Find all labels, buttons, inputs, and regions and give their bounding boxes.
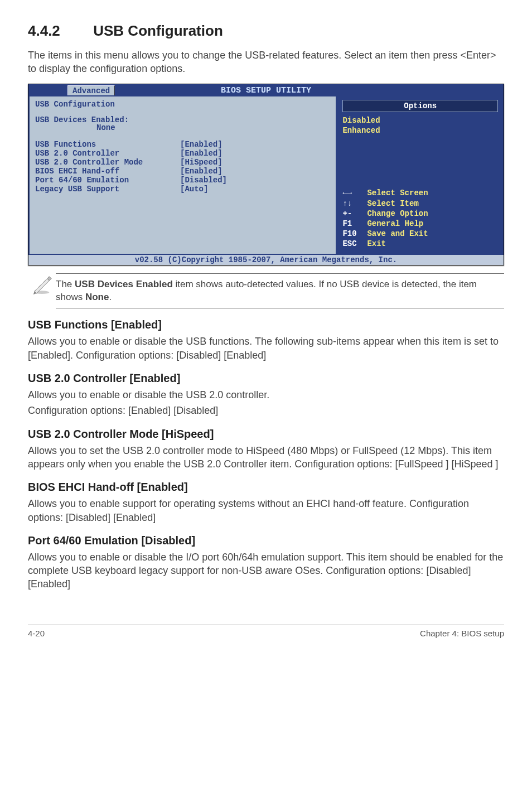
bios-options-title: Options (342, 100, 498, 112)
intro-paragraph: The items in this menu allows you to cha… (28, 49, 504, 76)
bios-option[interactable]: Enhanced (342, 125, 498, 136)
bios-row: Port 64/60 Emulation[Disabled] (35, 176, 330, 185)
bios-row: USB 2.0 Controller[Enabled] (35, 149, 330, 158)
bios-row: USB Functions[Enabled] (35, 140, 330, 149)
key-arrows-lr-icon: ←→ (342, 188, 367, 198)
bios-row-value[interactable]: [Enabled] (180, 149, 223, 158)
subsection-paragraph: Allows you to set the USB 2.0 controller… (28, 444, 504, 471)
key-esc-icon: ESC (342, 239, 367, 249)
subsection-title: USB Functions [Enabled] (28, 318, 504, 331)
bios-right-panel: Options Disabled Enhanced ←→Select Scree… (337, 95, 504, 254)
page-number: 4-20 (28, 629, 45, 638)
subsection-title: USB 2.0 Controller Mode [HiSpeed] (28, 428, 504, 441)
bios-row-label[interactable]: Legacy USB Support (35, 185, 180, 194)
bios-key-help: ←→Select Screen ↑↓Select Item +-Change O… (342, 188, 498, 249)
key-label: Change Option (367, 209, 428, 219)
bios-row-label[interactable]: Port 64/60 Emulation (35, 176, 180, 185)
subsection-paragraph: Allows you to enable or disable the USB … (28, 388, 504, 402)
bios-row: Legacy USB Support[Auto] (35, 185, 330, 194)
key-label: Save and Exit (367, 229, 428, 239)
bios-row-value[interactable]: [Enabled] (180, 140, 223, 149)
bios-footer: v02.58 (C)Copyright 1985-2007, American … (28, 254, 504, 265)
key-label: Select Screen (367, 188, 428, 198)
bios-config-heading: USB Configuration (35, 100, 330, 109)
bios-row-value[interactable]: [Auto] (180, 185, 208, 194)
page-footer: 4-20 Chapter 4: BIOS setup (28, 625, 504, 638)
bios-tab-advanced[interactable]: Advanced (67, 85, 115, 96)
section-number: 4.4.2 (28, 22, 89, 40)
key-label: Exit (367, 239, 386, 249)
key-f1-icon: F1 (342, 219, 367, 229)
bios-options-list: Disabled Enhanced (342, 115, 498, 136)
subsection-paragraph: Allows you to enable or disable the I/O … (28, 550, 504, 591)
bios-title: BIOS SETUP UTILITY (221, 86, 311, 95)
section-heading: 4.4.2 USB Configuration (28, 22, 504, 40)
note-fragment: . (109, 292, 112, 302)
bios-row-value[interactable]: [Disabled] (180, 176, 227, 185)
bios-row-value[interactable]: [HiSpeed] (180, 158, 223, 167)
subsection-title: Port 64/60 Emulation [Disabled] (28, 534, 504, 547)
note-fragment: The (56, 279, 75, 289)
pencil-icon (28, 273, 56, 297)
key-f10-icon: F10 (342, 229, 367, 239)
bios-option[interactable]: Disabled (342, 115, 498, 125)
section-title-text: USB Configuration (93, 22, 223, 39)
bios-row-value[interactable]: [Enabled] (180, 167, 223, 176)
subsection-title: USB 2.0 Controller [Enabled] (28, 372, 504, 385)
bios-left-panel: USB Configuration USB Devices Enabled: N… (28, 95, 337, 254)
bios-devices-value: None (96, 123, 330, 132)
chapter-label: Chapter 4: BIOS setup (420, 629, 504, 638)
note-text: The USB Devices Enabled item shows auto-… (56, 273, 504, 309)
key-label: General Help (367, 219, 423, 229)
subsection-paragraph: Allows you to enable support for operati… (28, 497, 504, 524)
bios-row-label[interactable]: USB 2.0 Controller (35, 149, 180, 158)
subsection-title: BIOS EHCI Hand-off [Enabled] (28, 481, 504, 494)
subsection-paragraph: Allows you to enable or disable the USB … (28, 335, 504, 362)
note-block: The USB Devices Enabled item shows auto-… (28, 273, 504, 309)
note-bold: USB Devices Enabled (75, 279, 173, 289)
bios-row-label[interactable]: USB 2.0 Controller Mode (35, 158, 180, 167)
note-bold: None (85, 292, 109, 302)
bios-title-bar: BIOS SETUP UTILITY Advanced (28, 84, 504, 95)
bios-row-label[interactable]: BIOS EHCI Hand-off (35, 167, 180, 176)
subsection-paragraph: Configuration options: [Enabled] [Disabl… (28, 404, 504, 417)
key-arrows-ud-icon: ↑↓ (342, 199, 367, 209)
key-label: Select Item (367, 199, 418, 209)
bios-window: BIOS SETUP UTILITY Advanced USB Configur… (28, 84, 504, 265)
bios-row-label[interactable]: USB Functions (35, 140, 180, 149)
bios-row: USB 2.0 Controller Mode[HiSpeed] (35, 158, 330, 167)
key-plus-minus-icon: +- (342, 209, 367, 219)
bios-row: BIOS EHCI Hand-off[Enabled] (35, 167, 330, 176)
